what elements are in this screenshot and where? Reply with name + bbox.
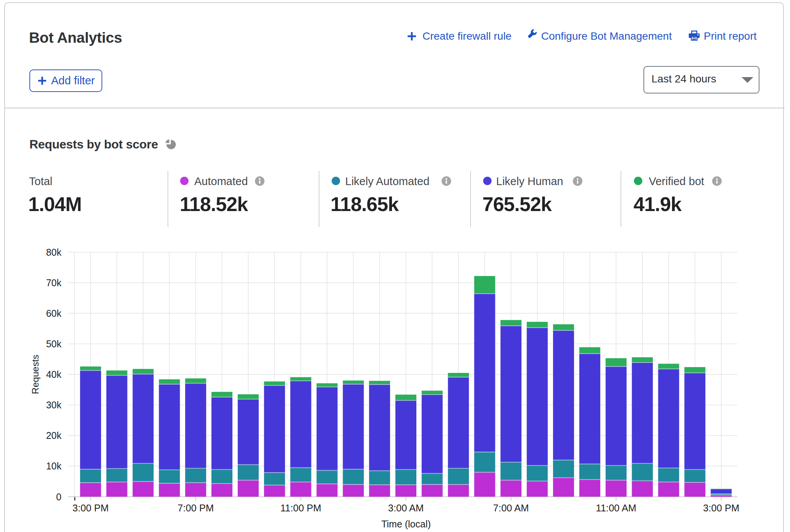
svg-text:11:00 PM: 11:00 PM: [280, 503, 321, 513]
svg-text:60k: 60k: [46, 308, 62, 319]
svg-text:3:00 PM: 3:00 PM: [73, 503, 109, 513]
svg-text:3:00 AM: 3:00 AM: [388, 503, 424, 513]
svg-text:70k: 70k: [46, 277, 62, 288]
svg-text:3:00 PM: 3:00 PM: [703, 503, 739, 513]
svg-text:20k: 20k: [46, 430, 62, 441]
svg-text:0: 0: [56, 492, 61, 502]
svg-text:50k: 50k: [46, 339, 62, 349]
svg-text:11:00 AM: 11:00 AM: [596, 503, 636, 513]
svg-text:10k: 10k: [46, 461, 62, 471]
svg-text:30k: 30k: [46, 400, 62, 410]
svg-text:40k: 40k: [46, 369, 62, 380]
svg-text:Time (local): Time (local): [381, 519, 431, 529]
svg-text:80k: 80k: [46, 247, 62, 258]
svg-text:7:00 AM: 7:00 AM: [493, 503, 529, 513]
svg-text:7:00 PM: 7:00 PM: [177, 503, 214, 513]
svg-text:Requests: Requests: [30, 355, 40, 394]
